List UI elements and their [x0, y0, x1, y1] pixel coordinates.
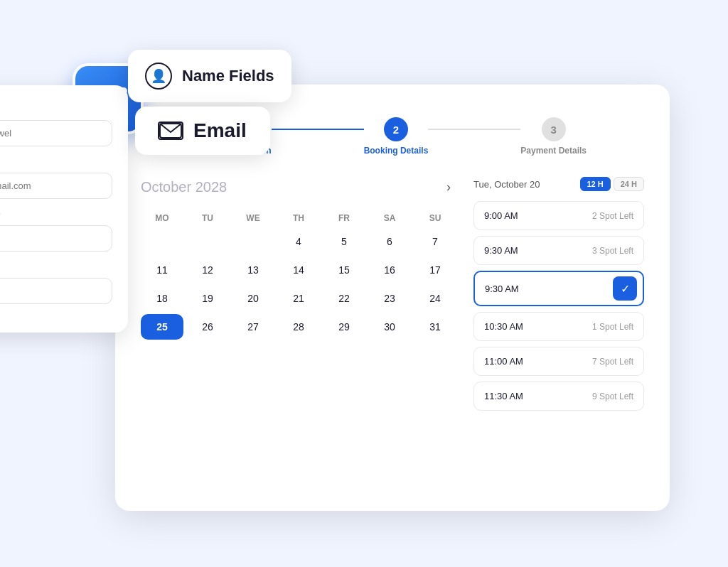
person-icon: 👤	[145, 63, 172, 90]
cal-cell-21[interactable]: 21	[277, 286, 320, 311]
time-slot-1100-time: 11:00 AM	[484, 356, 523, 367]
time-slot-check-button[interactable]: ✓	[613, 276, 637, 301]
time-slot-1100[interactable]: 11:00 AM 7 Spot Left	[473, 347, 644, 376]
cal-cell-empty	[141, 229, 183, 254]
calendar-header: October 2028 ›	[141, 177, 456, 198]
calendar-grid: MO TU WE TH FR SA SU 4 5 6 7	[141, 210, 456, 340]
time-slot-1030-spots: 1 Spot Left	[592, 322, 633, 332]
calendar-row-4: 25 26 27 28 29 30 31	[141, 314, 456, 340]
email-icon	[158, 122, 183, 140]
client-form-card: 👤 Name Fields Email Your Name* Your Emai…	[0, 85, 128, 333]
format-24h-button[interactable]: 24 H	[614, 177, 644, 191]
tooltip-email: Email	[135, 107, 270, 155]
city-field-group: City	[0, 263, 112, 304]
calendar-title: October 2028	[141, 179, 227, 195]
cal-cell-5[interactable]: 5	[323, 229, 365, 254]
cal-cell-empty	[232, 229, 274, 254]
next-month-button[interactable]: ›	[441, 177, 456, 198]
cal-header-fr: FR	[323, 210, 365, 226]
cal-cell-19[interactable]: 19	[186, 286, 229, 311]
city-label: City	[0, 263, 112, 274]
time-slots-header: Tue, October 20 12 H 24 H	[473, 177, 644, 191]
cal-header-we: WE	[232, 210, 274, 226]
cal-cell-24[interactable]: 24	[414, 286, 456, 311]
time-slot-1130-spots: 9 Spot Left	[592, 392, 633, 401]
time-slots-area: Tue, October 20 12 H 24 H 9:00 AM 2 Spot…	[473, 177, 644, 416]
time-slot-1130[interactable]: 11:30 AM 9 Spot Left	[473, 382, 644, 411]
cal-cell-6[interactable]: 6	[368, 229, 411, 254]
name-field-group: Your Name*	[0, 105, 112, 146]
email-input[interactable]	[0, 173, 112, 199]
step-line-1	[272, 129, 364, 130]
time-format-toggle: 12 H 24 H	[580, 177, 645, 191]
calendar-header-row: MO TU WE TH FR SA SU	[141, 210, 456, 226]
cal-cell-31[interactable]: 31	[414, 314, 456, 340]
time-slot-900[interactable]: 9:00 AM 2 Spot Left	[473, 201, 644, 230]
cal-cell-7[interactable]: 7	[414, 229, 456, 254]
calendar-section: October 2028 › MO TU WE TH FR SA SU	[141, 177, 644, 416]
time-slot-1030-time: 10:30 AM	[484, 321, 523, 332]
cal-cell-20[interactable]: 20	[232, 286, 274, 311]
cal-cell-17[interactable]: 17	[414, 257, 456, 283]
time-slot-930-selected[interactable]: 9:30 AM ✓	[473, 271, 644, 306]
step-2: 2 Booking Details	[364, 117, 429, 156]
cal-cell-13[interactable]: 13	[232, 257, 274, 283]
time-slot-930a[interactable]: 9:30 AM 3 Spot Left	[473, 236, 644, 265]
cal-cell-16[interactable]: 16	[368, 257, 411, 283]
format-12h-button[interactable]: 12 H	[580, 177, 611, 191]
time-slot-930a-inner: 9:30 AM 3 Spot Left	[484, 245, 633, 256]
address-field-group: Address Line 1*	[0, 210, 112, 252]
time-slot-930-selected-time: 9:30 AM	[485, 284, 519, 294]
email-field-group: Your Email*	[0, 158, 112, 199]
cal-cell-23[interactable]: 23	[368, 286, 411, 311]
cal-cell-empty	[186, 229, 229, 254]
cal-cell-26[interactable]: 26	[186, 314, 229, 340]
cal-cell-30[interactable]: 30	[368, 314, 411, 340]
time-slot-1100-inner: 11:00 AM 7 Spot Left	[484, 356, 633, 367]
tooltip-name-fields: 👤 Name Fields	[128, 50, 291, 102]
cal-cell-18[interactable]: 18	[141, 286, 183, 311]
email-label: Your Email*	[0, 158, 112, 168]
city-input[interactable]	[0, 278, 112, 304]
cal-cell-11[interactable]: 11	[141, 257, 183, 283]
time-slot-900-spots: 2 Spot Left	[592, 211, 633, 221]
time-slot-930a-time: 9:30 AM	[484, 245, 518, 256]
cal-header-mo: MO	[141, 210, 183, 226]
time-slot-1030-inner: 10:30 AM 1 Spot Left	[484, 321, 633, 332]
tooltip-name-label: Name Fields	[182, 67, 274, 85]
cal-cell-27[interactable]: 27	[232, 314, 274, 340]
time-slot-930a-spots: 3 Spot Left	[592, 246, 633, 256]
step-2-circle: 2	[384, 117, 408, 141]
calendar-row-3: 18 19 20 21 22 23 24	[141, 286, 456, 311]
cal-cell-29[interactable]: 29	[323, 314, 365, 340]
step-3-label: Payment Details	[520, 146, 587, 156]
tooltip-email-label: Email	[193, 119, 247, 142]
step-3-circle: 3	[542, 117, 566, 141]
address-input[interactable]	[0, 225, 112, 252]
cal-header-tu: TU	[186, 210, 229, 226]
cal-cell-15[interactable]: 15	[323, 257, 365, 283]
cal-cell-12[interactable]: 12	[186, 257, 229, 283]
calendar-row-2: 11 12 13 14 15 16 17	[141, 257, 456, 283]
cal-cell-22[interactable]: 22	[323, 286, 365, 311]
cal-header-th: TH	[277, 210, 320, 226]
cal-header-su: SU	[414, 210, 456, 226]
name-label: Your Name*	[0, 105, 112, 116]
calendar-row-1: 4 5 6 7	[141, 229, 456, 254]
cal-cell-14[interactable]: 14	[277, 257, 320, 283]
address-label: Address Line 1*	[0, 210, 112, 221]
cal-header-sa: SA	[368, 210, 411, 226]
time-slot-900-inner: 9:00 AM 2 Spot Left	[484, 210, 633, 221]
time-slot-1130-time: 11:30 AM	[484, 391, 523, 401]
cal-cell-4[interactable]: 4	[277, 229, 320, 254]
time-slot-1030[interactable]: 10:30 AM 1 Spot Left	[473, 312, 644, 341]
name-input[interactable]	[0, 120, 112, 146]
step-3: 3 Payment Details	[520, 117, 587, 156]
step-line-2	[428, 129, 520, 130]
cal-cell-28[interactable]: 28	[277, 314, 320, 340]
time-slot-930-selected-inner: 9:30 AM ✓	[485, 276, 637, 301]
cal-cell-25[interactable]: 25	[141, 314, 183, 340]
calendar-area: October 2028 › MO TU WE TH FR SA SU	[141, 177, 456, 416]
time-date-label: Tue, October 20	[473, 179, 540, 190]
time-slot-1130-inner: 11:30 AM 9 Spot Left	[484, 391, 633, 401]
